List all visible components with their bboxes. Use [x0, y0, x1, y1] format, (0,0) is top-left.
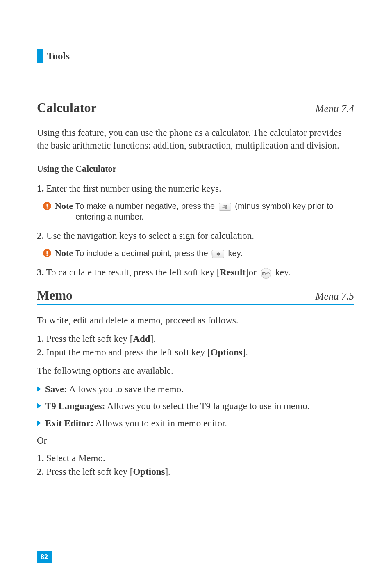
options-label: Options — [133, 467, 165, 477]
using-calculator-subheading: Using the Calculator — [37, 163, 354, 174]
memo-menu-ref: Menu 7.5 — [316, 291, 354, 302]
note-warning-icon — [43, 201, 52, 210]
step-text: Enter the first number using the numeric… — [44, 183, 221, 194]
bullet-label: Save: — [45, 384, 67, 394]
step-number: 2. — [37, 467, 44, 477]
step-number: 1. — [37, 183, 44, 194]
bullet-triangle-icon — [37, 386, 41, 392]
step1-post: ]. — [150, 334, 156, 344]
note-label: Note — [55, 248, 73, 259]
memo-intro: To write, edit and delete a memo, procee… — [37, 314, 354, 327]
bullet-rest: Allows you to select the T9 language to … — [105, 401, 309, 411]
step2-post: ]. — [242, 347, 248, 357]
note-text: To include a decimal point, press the ✱ … — [75, 248, 243, 259]
step-number: 3. — [37, 267, 44, 277]
options-intro: The following options are available. — [37, 364, 354, 377]
option-save: Save: Allows you to save the memo. — [37, 383, 354, 396]
note2-post: key. — [226, 249, 243, 258]
bullet-rest: Allows you to save the memo. — [67, 384, 184, 394]
bullet-triangle-icon — [37, 420, 41, 426]
page-number: 82 — [37, 551, 52, 563]
bullet-label: T9 Languages: — [45, 401, 105, 411]
calculator-heading-row: Calculator Menu 7.4 — [37, 100, 354, 117]
memo-alt-step-2: 2. Press the left soft key [Options]. — [37, 465, 354, 478]
alt-step2-pre: Press the left soft key [ — [44, 467, 133, 477]
memo-alt-step-1: 1. Select a Memo. — [37, 452, 354, 464]
add-label: Add — [133, 334, 150, 344]
calculator-intro: Using this feature, you can use the phon… — [37, 126, 354, 152]
calculator-heading: Calculator — [37, 100, 97, 115]
step3-pre: To calculate the result, press the left … — [44, 267, 220, 277]
step1-pre: Press the left soft key [ — [44, 334, 133, 344]
step3-mid: ]or — [246, 267, 259, 277]
step-number: 1. — [37, 453, 44, 463]
calc-step-3: 3. To calculate the result, press the le… — [37, 266, 354, 279]
calc-step-2: 2. Use the navigation keys to select a s… — [37, 229, 354, 242]
calc-step-1: 1. Enter the first number using the nume… — [37, 182, 354, 195]
svg-point-5 — [46, 254, 48, 256]
memo-heading: Memo — [37, 288, 73, 303]
note-text: To make a number negative, press the #§ … — [75, 201, 354, 222]
svg-rect-4 — [47, 251, 48, 254]
svg-rect-1 — [47, 204, 48, 207]
bullet-label: Exit Editor: — [45, 418, 93, 428]
or-text: Or — [37, 435, 354, 446]
options-label: Options — [210, 347, 242, 357]
header-title: Tools — [47, 50, 70, 62]
option-exit-editor: Exit Editor: Allows you to exit in memo … — [37, 417, 354, 430]
memo-step-2: 2. Input the memo and press the left sof… — [37, 346, 354, 359]
hash-key-icon: #§ — [219, 203, 231, 211]
step-number: 2. — [37, 231, 44, 241]
step2-pre: Input the memo and press the left soft k… — [44, 347, 210, 357]
note2-pre: To include a decimal point, press the — [75, 249, 210, 258]
calc-note-1: Note To make a number negative, press th… — [43, 201, 354, 222]
bullet-triangle-icon — [37, 403, 41, 409]
note-label: Note — [55, 201, 73, 211]
step-number: 2. — [37, 347, 44, 357]
alt-step1-text: Select a Memo. — [44, 453, 105, 463]
section-header: Tools — [37, 49, 354, 63]
step-number: 1. — [37, 334, 44, 344]
memo-step-1: 1. Press the left soft key [Add]. — [37, 332, 354, 345]
ok-key-icon: mOK — [261, 268, 271, 279]
bullet-rest: Allows you to exit in memo editor. — [93, 418, 227, 428]
svg-point-2 — [46, 207, 48, 208]
calculator-menu-ref: Menu 7.4 — [316, 103, 354, 114]
note-warning-icon — [43, 249, 52, 258]
calc-note-2: Note To include a decimal point, press t… — [43, 248, 354, 259]
alt-step2-post: ]. — [165, 467, 170, 477]
header-accent-bar — [37, 49, 43, 63]
memo-heading-row: Memo Menu 7.5 — [37, 288, 354, 305]
option-t9-languages: T9 Languages: Allows you to select the T… — [37, 400, 354, 412]
step-text: Use the navigation keys to select a sign… — [44, 231, 254, 241]
step3-post: key. — [273, 267, 291, 277]
result-label: Result — [220, 267, 246, 277]
note1-pre: To make a number negative, press the — [75, 201, 217, 210]
star-key-icon: ✱ — [212, 250, 224, 258]
